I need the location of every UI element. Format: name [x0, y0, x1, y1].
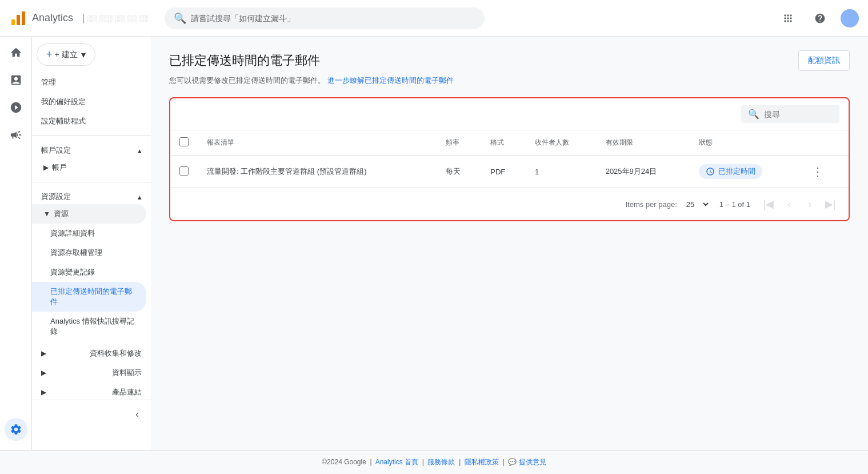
data-collection-label: 資料收集和修改	[90, 348, 142, 359]
table-body: 流量開發: 工作階段主要管道群組 (預設管道群組) 每天 PDF 1 2025年	[170, 156, 849, 188]
search-bar: 🔍	[165, 7, 485, 29]
column-actions	[799, 130, 849, 156]
help-button[interactable]	[809, 7, 831, 30]
icon-strip-bottom	[5, 418, 27, 450]
row-more-button[interactable]: ⋮	[809, 162, 827, 181]
sidebar-item-resource-details[interactable]: 資源詳細資料	[32, 224, 146, 243]
explore-icon	[10, 101, 22, 114]
data-collection-expand-icon: ▶	[41, 349, 46, 357]
topbar: Analytics | ░░ ░░░ ░░ ░░ ░░ 🔍	[0, 0, 868, 37]
first-page-button[interactable]: |◀	[759, 195, 778, 213]
table-toolbar: 🔍	[170, 98, 849, 130]
resource-details-label: 資源詳細資料	[50, 229, 95, 237]
prev-page-button[interactable]: ‹	[780, 195, 798, 213]
row-checkbox[interactable]	[179, 166, 189, 176]
table-search-icon: 🔍	[748, 109, 759, 120]
pagination: Items per page: 5 10 25 50 100 1 – 1 of …	[170, 188, 849, 220]
sidebar-item-my-preferences[interactable]: 我的偏好設定	[32, 92, 146, 111]
sidebar-resource-settings: 資源設定 ▴ ▼ 資源 資源詳細資料 資源存取權管理 資源變更記錄 已排定傳送時…	[32, 187, 151, 341]
resource-settings-label: 資源設定	[41, 192, 71, 202]
account-settings-collapse-icon: ▴	[138, 146, 142, 155]
resource-expand-icon: ▼	[43, 210, 50, 218]
settings-nav-button[interactable]	[5, 418, 27, 441]
data-display-label: 資料顯示	[112, 368, 142, 378]
avatar-image	[841, 9, 859, 27]
footer-copyright: ©2024 Google	[322, 458, 366, 466]
sidebar-account-settings-header[interactable]: 帳戶設定 ▴	[32, 141, 151, 158]
row-report: 流量開發: 工作階段主要管道群組 (預設管道群組)	[198, 156, 437, 188]
explore-nav-button[interactable]	[5, 96, 27, 119]
page-description: 您可以視需要修改已排定傳送時間的電子郵件。 進一步瞭解已排定傳送時間的電子郵件	[169, 75, 850, 86]
sidebar-data-display-header[interactable]: ▶ 資料顯示	[32, 363, 151, 380]
column-expiry: 有效期限	[597, 130, 690, 156]
column-status: 狀態	[690, 130, 799, 156]
sidebar-product-link-header[interactable]: ▶ 產品連結	[32, 383, 151, 400]
prev-page-icon: ‹	[787, 198, 791, 210]
sidebar-item-management[interactable]: 管理	[32, 73, 146, 92]
logo[interactable]: Analytics	[9, 9, 73, 27]
scheduled-emails-label: 已排定傳送時間的電子郵件	[50, 287, 132, 306]
avatar[interactable]	[841, 9, 859, 27]
sidebar-item-resource[interactable]: ▼ 資源	[32, 204, 146, 224]
last-page-button[interactable]: ▶|	[821, 195, 839, 213]
sidebar-item-resource-access[interactable]: 資源存取權管理	[32, 243, 146, 262]
plus-icon: +	[46, 49, 53, 61]
table-header: 報表清單 頻率 格式 收件者人數 有效期限	[170, 130, 849, 156]
select-all-checkbox[interactable]	[179, 137, 189, 146]
reports-nav-button[interactable]	[5, 69, 27, 91]
help-icon	[814, 13, 826, 24]
resource-access-label: 資源存取權管理	[50, 248, 102, 257]
row-frequency: 每天	[437, 156, 481, 188]
footer-privacy-link[interactable]: 隱私權政策	[465, 458, 499, 466]
sidebar-data-collection: ▶ 資料收集和修改	[32, 344, 151, 361]
column-frequency: 頻率	[437, 130, 481, 156]
status-badge: 已排定時間	[699, 164, 762, 179]
scheduled-icon	[706, 167, 715, 176]
account-expand-icon: ▶	[43, 164, 49, 172]
config-button[interactable]: 配額資訊	[798, 50, 850, 71]
sidebar-management: 管理 我的偏好設定 設定輔助程式	[32, 73, 151, 131]
advertising-nav-button[interactable]	[5, 124, 27, 146]
home-nav-button[interactable]	[5, 41, 27, 64]
column-recipients: 收件者人數	[526, 130, 597, 156]
footer-feedback-link[interactable]: 提供意見	[519, 458, 546, 466]
sidebar-item-account[interactable]: ▶ 帳戶	[32, 158, 146, 177]
footer-analytics-link[interactable]: Analytics 首頁	[375, 458, 418, 466]
collapse-icon: ‹	[135, 408, 139, 420]
sidebar: + + 建立 ▾ 管理 我的偏好設定 設定輔助程式 帳戶設定 ▴ ▶	[32, 37, 151, 450]
breadcrumb-item-1: ░░ ░░░ ░░ ░░ ░░	[87, 14, 149, 22]
learn-more-link[interactable]: 進一步瞭解已排定傳送時間的電子郵件	[327, 76, 454, 85]
product-link-label: 產品連結	[112, 387, 142, 397]
main-content: 已排定傳送時間的電子郵件 配額資訊 您可以視需要修改已排定傳送時間的電子郵件。 …	[151, 37, 868, 450]
resource-settings-collapse-icon: ▴	[138, 193, 142, 201]
items-per-page-select[interactable]: 5 10 25 50 100	[682, 197, 710, 212]
table-header-row: 報表清單 頻率 格式 收件者人數 有效期限	[170, 130, 849, 156]
collapse-sidebar-button[interactable]: ‹	[128, 405, 146, 423]
footer-terms-link[interactable]: 服務條款	[427, 458, 455, 466]
table-search-container: 🔍	[741, 105, 839, 123]
svg-rect-2	[22, 11, 25, 25]
svg-rect-1	[17, 15, 20, 25]
sidebar-resource-settings-header[interactable]: 資源設定 ▴	[32, 187, 151, 204]
sidebar-item-setup-assistant[interactable]: 設定輔助程式	[32, 111, 146, 131]
table-card: 🔍 報表清單 頻率	[169, 97, 850, 221]
create-button[interactable]: + + 建立 ▾	[37, 43, 95, 66]
row-recipients: 1	[526, 156, 597, 188]
search-container: 🔍	[165, 7, 485, 29]
create-section: + + 建立 ▾	[37, 43, 146, 66]
sidebar-item-analytics-search[interactable]: Analytics 情報快訊搜尋記錄	[32, 312, 146, 341]
sidebar-collapse: ‹	[32, 400, 151, 428]
sidebar-item-resource-change-log[interactable]: 資源變更記錄	[32, 262, 146, 282]
grid-button[interactable]	[777, 7, 799, 30]
next-page-button[interactable]: ›	[801, 195, 819, 213]
select-all-header	[170, 130, 198, 156]
table-search-input[interactable]	[764, 110, 833, 119]
search-input[interactable]	[191, 14, 475, 23]
row-actions: ⋮	[799, 156, 849, 188]
status-label: 已排定時間	[718, 166, 755, 177]
account-label: 帳戶	[52, 162, 67, 173]
resource-label: 資源	[54, 209, 69, 219]
sidebar-divider-1	[32, 136, 151, 136]
sidebar-data-collection-header[interactable]: ▶ 資料收集和修改	[32, 344, 151, 361]
sidebar-item-scheduled-emails[interactable]: 已排定傳送時間的電子郵件	[32, 282, 146, 312]
